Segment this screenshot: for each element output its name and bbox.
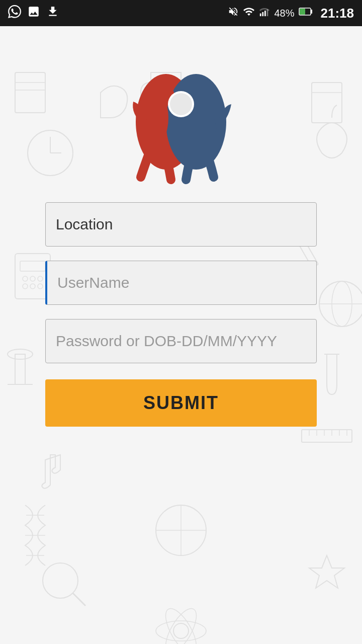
svg-point-59 xyxy=(170,93,192,115)
svg-rect-1 xyxy=(262,12,264,16)
svg-rect-3 xyxy=(267,9,268,16)
mute-icon xyxy=(228,6,239,20)
svg-rect-5 xyxy=(311,10,312,14)
location-input[interactable] xyxy=(45,202,317,247)
logo-area xyxy=(111,51,251,192)
main-content: SUBMIT xyxy=(0,26,362,644)
svg-rect-0 xyxy=(260,14,261,16)
submit-button[interactable]: SUBMIT xyxy=(45,379,317,427)
svg-rect-6 xyxy=(300,9,305,15)
form-area: SUBMIT xyxy=(0,202,362,427)
wifi-icon xyxy=(243,6,255,21)
status-time: 21:18 xyxy=(321,6,354,21)
password-input[interactable] xyxy=(45,319,317,363)
battery-percentage: 48% xyxy=(274,8,294,19)
whatsapp-icon xyxy=(8,5,21,21)
signal-icon xyxy=(259,6,270,20)
username-input[interactable] xyxy=(45,261,317,305)
app-logo xyxy=(116,56,246,187)
status-bar-left-icons xyxy=(8,5,59,21)
image-icon xyxy=(27,5,40,21)
status-bar-right-icons: 48% 21:18 xyxy=(228,6,354,21)
svg-rect-2 xyxy=(264,11,266,16)
status-bar: 48% 21:18 xyxy=(0,0,362,26)
download-icon xyxy=(46,5,59,21)
battery-icon xyxy=(299,7,313,20)
